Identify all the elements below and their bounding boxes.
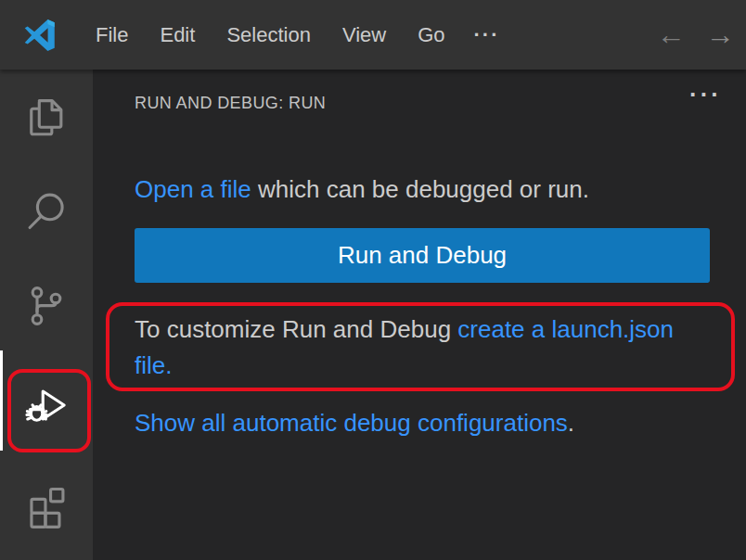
open-file-text: which can be debugged or run. [251, 175, 589, 203]
sidebar-item-source-control[interactable] [23, 283, 70, 329]
menu-file[interactable]: File [80, 0, 144, 70]
extensions-icon [23, 482, 70, 528]
show-all-debug-configurations-link[interactable]: Show all automatic debug configurations [135, 409, 568, 437]
activity-bar [0, 70, 93, 560]
open-a-file-link[interactable]: Open a file [135, 175, 251, 203]
sidebar-item-run-and-debug[interactable] [23, 382, 70, 428]
go-forward-icon[interactable]: → [706, 0, 735, 70]
sidebar-item-extensions[interactable] [23, 482, 70, 528]
menu-go[interactable]: Go [402, 0, 460, 70]
panel-title: RUN AND DEBUG: RUN [135, 94, 326, 113]
customize-text: To customize Run and Debug [135, 315, 457, 343]
menu-more-icon[interactable]: ··· [461, 0, 513, 70]
files-icon [23, 95, 70, 141]
git-branch-icon [23, 283, 70, 329]
menu-selection[interactable]: Selection [211, 0, 327, 70]
active-view-indicator [0, 350, 3, 451]
show-all-suffix: . [568, 409, 574, 437]
search-icon [23, 188, 70, 235]
menu-edit[interactable]: Edit [144, 0, 211, 70]
create-launch-json-link[interactable]: create a launch.json [457, 315, 674, 343]
sidebar-item-explorer[interactable] [23, 95, 70, 141]
debug-icon [23, 382, 70, 428]
menu-view[interactable]: View [327, 0, 402, 70]
go-back-icon[interactable]: ← [657, 0, 686, 70]
sidebar-item-search[interactable] [23, 188, 70, 235]
open-file-message: Open a file which can be debugged or run… [135, 172, 712, 207]
title-bar: File Edit Selection View Go ··· ← → [0, 0, 746, 70]
show-all-configurations-message: Show all automatic debug configurations. [135, 405, 712, 440]
run-and-debug-button[interactable]: Run and Debug [135, 228, 710, 283]
panel-more-actions-icon[interactable]: ··· [689, 81, 722, 109]
vscode-logo-icon [20, 16, 59, 55]
run-and-debug-panel: RUN AND DEBUG: RUN ··· Open a file which… [93, 70, 746, 560]
customize-message: To customize Run and Debug create a laun… [135, 312, 712, 384]
create-launch-json-link-line2[interactable]: file. [135, 351, 172, 379]
history-navigation: ← → [657, 0, 746, 70]
